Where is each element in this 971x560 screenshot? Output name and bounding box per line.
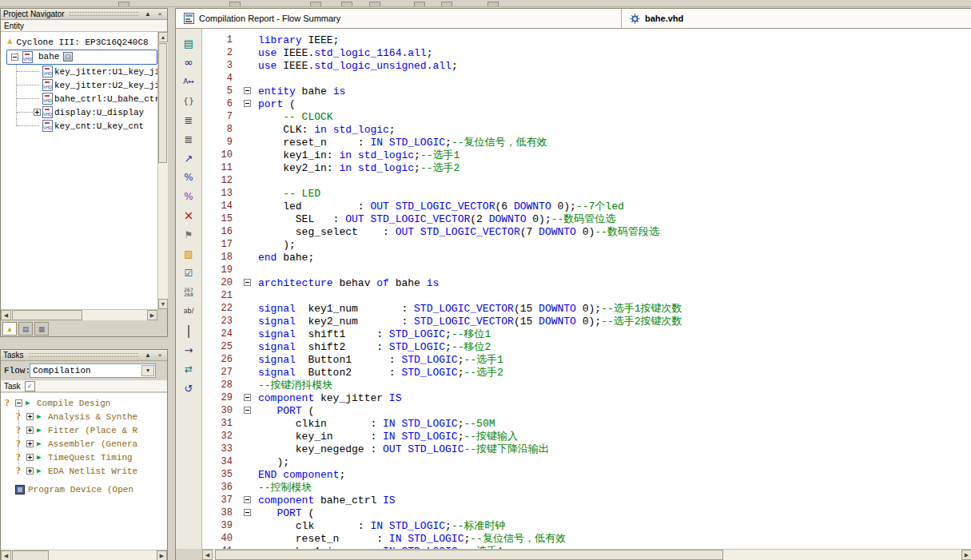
code-line[interactable]: 12 (202, 174, 971, 187)
code-line[interactable]: 39 clk : IN STD_LOGIC;--标准时钟 (202, 519, 971, 532)
code-line[interactable]: 14 led : OUT STD_LOGIC_VECTOR(6 DOWNTO 0… (202, 200, 971, 212)
expand-icon[interactable] (34, 109, 41, 116)
fold-collapse-icon[interactable] (244, 509, 251, 516)
code-editor[interactable]: 1library IEEE;2use IEEE.std_logic_1164.a… (202, 29, 971, 549)
code-line[interactable]: 5entity bahe is (202, 85, 971, 97)
task-item[interactable]: ?▶Fitter (Place & R (1, 423, 167, 437)
code-line[interactable]: 28--按键消抖模块 (202, 379, 971, 391)
code-line[interactable]: 8 CLK: in std_logic; (202, 123, 971, 136)
tasks-titlebar[interactable]: Tasks ▲ × (1, 350, 167, 361)
fold-collapse-icon[interactable] (244, 496, 251, 503)
tree-item[interactable]: key_jitter:U2_key_ji (1, 78, 157, 92)
find-replace-icon[interactable]: A↔ (179, 72, 198, 91)
task-item[interactable]: ?▶Assembler (Genera (1, 437, 167, 451)
outdent-icon[interactable]: ≣ (179, 129, 198, 149)
code-line[interactable]: 21 (202, 289, 971, 302)
code-line[interactable]: 19 (202, 264, 971, 276)
code-line[interactable]: 29component key_jitter IS (202, 391, 971, 404)
code-line[interactable]: 27signal Button2 : STD_LOGIC;--选手2 (202, 366, 971, 379)
tree-item-root-entity[interactable]: bahe (1, 49, 157, 65)
fold-collapse-icon[interactable] (244, 87, 251, 94)
scroll-thumb[interactable] (158, 43, 167, 163)
fold-collapse-icon[interactable] (244, 407, 251, 414)
tab-compilation-report[interactable]: Compilation Report - Flow Summary (176, 9, 622, 28)
code-line[interactable]: 17 ); (202, 238, 971, 251)
tree-item[interactable]: key_cnt:U_key_cnt (1, 119, 157, 133)
indent-icon[interactable]: ≣ (179, 110, 198, 129)
code-line[interactable]: 4 (202, 72, 971, 85)
matching-brace-icon[interactable]: {} (179, 91, 198, 110)
bookmark-icon[interactable]: ⚑ (179, 225, 198, 244)
collapse-icon[interactable] (15, 399, 22, 407)
code-line[interactable]: 10 key1_in: in std_logic;--选手1 (202, 149, 971, 161)
code-line[interactable]: 36--控制模块 (202, 481, 971, 494)
editor-hscrollbar[interactable]: ◀ ▶ (202, 549, 971, 560)
code-line[interactable]: 32 key_in : IN STD_LOGIC;--按键输入 (202, 430, 971, 443)
collapse-icon[interactable] (11, 54, 18, 61)
document-icon[interactable]: ▤ (179, 34, 198, 53)
pin-icon[interactable]: ▲ (143, 10, 153, 18)
flow-select[interactable]: Compilation ▼ (30, 363, 156, 378)
tree-item[interactable]: key_jitter:U1_key_ji (1, 65, 157, 78)
undo-icon[interactable]: ↺ (179, 379, 198, 398)
fold-collapse-icon[interactable] (244, 100, 251, 107)
scroll-right-icon[interactable]: ▶ (147, 310, 157, 320)
tree-item[interactable]: bahe_ctrl:U_bahe_ctr (1, 92, 157, 105)
comment-icon[interactable]: % (179, 168, 198, 187)
code-line[interactable]: 7 -- CLOCK (202, 110, 971, 123)
scroll-left-icon[interactable]: ◀ (202, 550, 213, 560)
line-numbers-icon[interactable]: 267 268 (179, 283, 198, 302)
highlight-icon[interactable]: ▧ (179, 244, 198, 264)
code-line[interactable]: 40 reset_n : IN STD_LOGIC;--复位信号，低有效 (202, 532, 971, 545)
code-line[interactable]: 11 key2_in: in std_logic;--选手2 (202, 161, 971, 174)
design-units-tab[interactable]: ▦ (34, 322, 49, 336)
scroll-left-icon[interactable]: ◀ (1, 550, 11, 560)
selected-entity-box[interactable]: bahe (6, 50, 157, 65)
compare-icon[interactable]: ⇄ (179, 359, 198, 379)
goto-icon[interactable]: ↗ (179, 149, 198, 168)
close-icon[interactable]: × (155, 10, 165, 18)
code-line[interactable]: 26signal Button1 : STD_LOGIC;--选手1 (202, 353, 971, 366)
project-navigator-titlebar[interactable]: Project Navigator ▲ × (1, 9, 167, 20)
files-tab[interactable]: ▤ (18, 322, 33, 336)
code-line[interactable]: 31 clkin : IN STD_LOGIC;--50M (202, 417, 971, 430)
scroll-up-icon[interactable]: ▲ (158, 32, 168, 42)
titlebar-grip[interactable] (70, 12, 138, 16)
expand-icon[interactable] (26, 440, 34, 447)
code-line[interactable]: 37component bahe_ctrl IS (202, 494, 971, 506)
expand-icon[interactable] (26, 413, 34, 420)
scroll-down-icon[interactable]: ▼ (158, 299, 168, 309)
expand-icon[interactable] (26, 454, 34, 461)
scroll-thumb[interactable] (12, 550, 49, 560)
code-line[interactable]: 34 ); (202, 455, 971, 468)
find-icon[interactable]: ∞ (179, 53, 198, 72)
syntax-check-icon[interactable]: ☑ (179, 264, 198, 283)
expand-icon[interactable] (26, 467, 34, 475)
code-line[interactable]: 23signal key2_num : STD_LOGIC_VECTOR(15 … (202, 315, 971, 328)
code-line[interactable]: 25signal shift2 : STD_LOGIC;--移位2 (202, 340, 971, 353)
entity-hscrollbar[interactable]: ◀ ▶ (1, 309, 157, 320)
task-item[interactable]: ?▶Compile Design (1, 396, 167, 410)
fold-collapse-icon[interactable] (244, 394, 251, 401)
scroll-thumb[interactable] (215, 550, 723, 560)
code-line[interactable]: 3use IEEE.std_logic_unsigned.all; (202, 59, 971, 72)
code-line[interactable]: 2use IEEE.std_logic_1164.all; (202, 46, 971, 59)
code-line[interactable]: 24signal shift1 : STD_LOGIC;--移位1 (202, 328, 971, 340)
code-line[interactable]: 30 PORT ( (202, 404, 971, 417)
code-line[interactable]: 9 reset_n : IN STD_LOGIC;--复位信号，低有效 (202, 136, 971, 149)
code-line[interactable]: 15 SEL : OUT STD_LOGIC_VECTOR(2 DOWNTO 0… (202, 212, 971, 225)
word-wrap-icon[interactable]: ab/ (179, 302, 198, 321)
uncomment-icon[interactable]: % (179, 187, 198, 206)
fold-collapse-icon[interactable] (244, 279, 251, 286)
code-line[interactable]: 38 PORT ( (202, 506, 971, 519)
code-line[interactable]: 18end bahe; (202, 251, 971, 264)
code-line[interactable]: 20architecture behav of bahe is (202, 276, 971, 289)
dropdown-icon[interactable]: ▼ (141, 365, 154, 376)
code-line[interactable]: 35END component; (202, 468, 971, 481)
scroll-left-icon[interactable]: ◀ (1, 310, 11, 320)
code-line[interactable]: 16 seg_select : OUT STD_LOGIC_VECTOR(7 D… (202, 225, 971, 238)
tree-item[interactable]: display:U_display (1, 105, 157, 119)
hierarchy-tab[interactable]: ▲ (2, 322, 17, 336)
code-line[interactable]: 22signal key1_num : STD_LOGIC_VECTOR(15 … (202, 302, 971, 315)
tab-bahe-vhd[interactable]: bahe.vhd (622, 9, 971, 28)
